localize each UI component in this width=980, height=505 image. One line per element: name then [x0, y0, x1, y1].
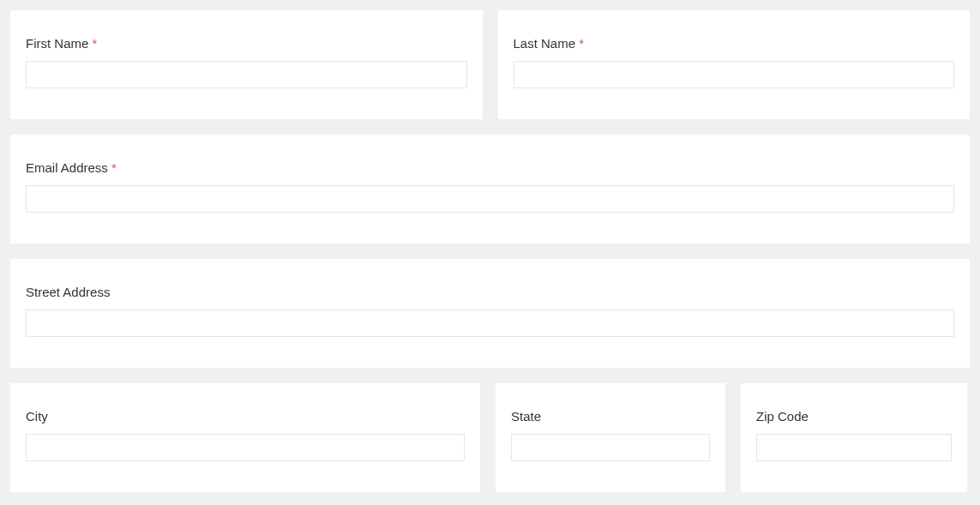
required-marker: *	[111, 160, 117, 175]
state-input[interactable]	[511, 434, 710, 461]
email-label: Email Address *	[26, 160, 954, 175]
street-label: Street Address	[26, 285, 954, 299]
state-card: State	[496, 383, 725, 492]
city-card: City	[10, 383, 480, 492]
required-marker: *	[93, 36, 98, 51]
zip-input[interactable]	[756, 434, 952, 461]
first-name-input[interactable]	[26, 61, 467, 88]
zip-card: Zip Code	[741, 383, 967, 492]
street-input[interactable]	[26, 310, 954, 337]
state-label: State	[511, 409, 710, 424]
last-name-label: Last Name *	[514, 36, 955, 51]
email-card: Email Address *	[10, 135, 970, 243]
required-marker: *	[579, 36, 584, 51]
last-name-card: Last Name *	[498, 10, 971, 119]
zip-label: Zip Code	[756, 409, 952, 424]
street-card: Street Address	[10, 259, 970, 368]
email-input[interactable]	[26, 185, 954, 213]
city-label: City	[26, 409, 465, 424]
city-input[interactable]	[26, 434, 465, 461]
first-name-label: First Name *	[26, 36, 467, 51]
first-name-card: First Name *	[10, 10, 483, 119]
last-name-input[interactable]	[514, 61, 955, 88]
